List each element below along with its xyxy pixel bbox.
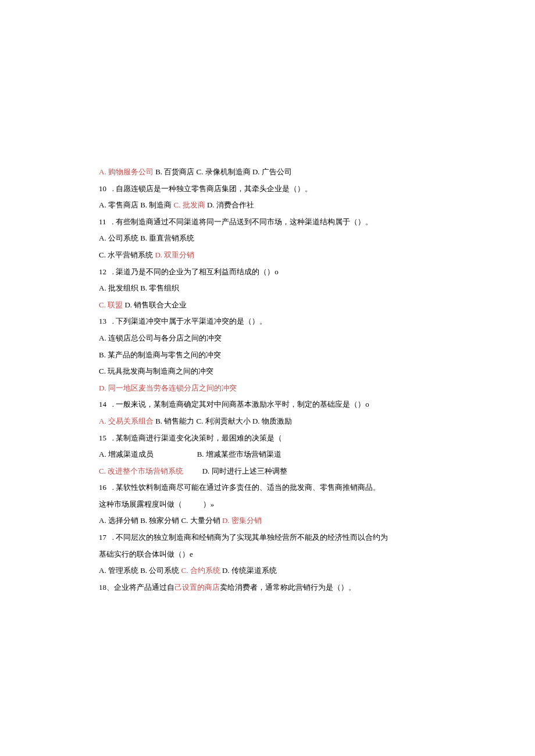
body-text: C. 水平营销系统 <box>99 250 155 259</box>
text-line: 16 . 某软性饮料制造商尽可能在通过许多责任的、适当的批发商、零售商推销商品。 <box>99 479 439 496</box>
body-text: A. 连锁店总公司与各分店之间的冲突 <box>99 334 222 342</box>
text-line: A. 连锁店总公司与各分店之间的冲突 <box>99 330 439 347</box>
body-text: B. 百货商店 C. 录像机制造商 D. 广告公司 <box>155 167 292 176</box>
body-text: 17 . 不同层次的独立制造商和经销商为了实现其单独经营所不能及的经济性而以合约… <box>99 533 388 542</box>
body-text: 12 . 渠道乃是不同的企业为了相互利益而结成的（）o <box>99 267 279 276</box>
answer-text: A. 交易关系组合 <box>99 417 155 425</box>
body-text: D. 同时进行上述三种调整 <box>202 467 287 475</box>
answer-text: C. 合约系统 <box>181 566 222 575</box>
body-text: A. 批发组织 B. 零售组织 <box>99 284 179 292</box>
text-line: 基础实行的联合体叫做（）e <box>99 546 439 563</box>
body-text: A. 管理系统 B. 公司系统 <box>99 566 181 575</box>
body-text: 13 . 下列渠道冲突中属于水平渠道冲突的是（）。 <box>99 317 267 325</box>
body-text: 基础实行的联合体叫做（）e <box>99 550 193 558</box>
body-text: 14 . 一般来说，某制造商确定其对中间商基本激励水平时，制定的基础应是（）o <box>99 400 369 409</box>
text-line: 18、企业将产品通过自己设置的商店卖给消费者，通常称此营销行为是（）。 <box>99 579 439 596</box>
body-text: A. 零售商店 B. 制造商 <box>99 200 174 209</box>
text-line: A. 公司系统 B. 垂直营销系统 <box>99 230 439 247</box>
text-line: D. 同一地区麦当劳各连锁分店之间的冲突 <box>99 380 439 397</box>
answer-text: D. 密集分销 <box>222 516 262 525</box>
answer-text: C. 联盟 <box>99 300 124 309</box>
body-text: A. 公司系统 B. 垂直营销系统 <box>99 234 194 242</box>
body-text: 15 . 某制造商进行渠道变化决策时，最困难的决策是（ <box>99 433 282 442</box>
body-text: 卖给消费者，通常称此营销行为是（）。 <box>220 583 356 592</box>
text-line: A. 购物服务公司 B. 百货商店 C. 录像机制造商 D. 广告公司 <box>99 164 439 181</box>
text-line: C. 玩具批发商与制造商之间的冲突 <box>99 363 439 380</box>
body-text: D. 销售联合大企业 <box>124 300 187 309</box>
text-line: A. 批发组织 B. 零售组织 <box>99 280 439 297</box>
text-line: 11 . 有些制造商通过不同渠道将同一产品送到不同市场，这种渠道结构属于（）。 <box>99 214 439 231</box>
text-line: C. 联盟 D. 销售联合大企业 <box>99 297 439 314</box>
body-text: C. 玩具批发商与制造商之间的冲突 <box>99 367 213 375</box>
body-text: D. 传统渠道系统 <box>222 566 277 575</box>
text-line: 这种市场展露程度叫做（ ）» <box>99 496 439 513</box>
document-page: A. 购物服务公司 B. 百货商店 C. 录像机制造商 D. 广告公司10 . … <box>0 0 535 756</box>
text-line: 15 . 某制造商进行渠道变化决策时，最困难的决策是（ <box>99 430 439 447</box>
text-line: A. 增减渠道成员 B. 增减某些市场营销渠道 <box>99 446 439 463</box>
text-line: A. 零售商店 B. 制造商 C. 批发商 D. 消费合作社 <box>99 197 439 214</box>
text-line: A. 交易关系组合 B. 销售能力 C. 利润贡献大小 D. 物质激励 <box>99 413 439 430</box>
body-text: D. 消费合作社 <box>207 200 254 209</box>
text-line: 17 . 不同层次的独立制造商和经销商为了实现其单独经营所不能及的经济性而以合约… <box>99 529 439 546</box>
body-text: 11 . 有些制造商通过不同渠道将同一产品送到不同市场，这种渠道结构属于（）。 <box>99 217 373 226</box>
body-text: B. 销售能力 C. 利润贡献大小 D. 物质激励 <box>155 417 292 425</box>
text-line: 13 . 下列渠道冲突中属于水平渠道冲突的是（）。 <box>99 313 439 330</box>
body-text: B. 某产品的制造商与零售之间的冲突 <box>99 350 221 359</box>
text-line: C. 改进整个市场营销系统 D. 同时进行上述三种调整 <box>99 463 439 480</box>
body-text: 18、企业将产品通过自 <box>99 583 174 592</box>
answer-text: 己设置的商店 <box>174 583 220 592</box>
text-line: 10 . 自愿连锁店是一种独立零售商店集团，其牵头企业是（）。 <box>99 181 439 198</box>
answer-text: D. 双重分销 <box>155 250 194 259</box>
answer-text: C. 改进整个市场营销系统 <box>99 467 202 475</box>
body-text: A. 增减渠道成员 B. 增减某些市场营销渠道 <box>99 450 281 458</box>
answer-text: C. 批发商 <box>174 200 207 209</box>
body-text: 16 . 某软性饮料制造商尽可能在通过许多责任的、适当的批发商、零售商推销商品。 <box>99 483 380 492</box>
text-line: A. 管理系统 B. 公司系统 C. 合约系统 D. 传统渠道系统 <box>99 562 439 579</box>
text-line: B. 某产品的制造商与零售之间的冲突 <box>99 347 439 364</box>
body-text: 这种市场展露程度叫做（ ）» <box>99 500 214 508</box>
body-text: 10 . 自愿连锁店是一种独立零售商店集团，其牵头企业是（）。 <box>99 184 312 193</box>
text-line: C. 水平营销系统 D. 双重分销 <box>99 247 439 264</box>
text-line: 12 . 渠道乃是不同的企业为了相互利益而结成的（）o <box>99 264 439 281</box>
answer-text: D. 同一地区麦当劳各连锁分店之间的冲突 <box>99 384 237 392</box>
text-line: 14 . 一般来说，某制造商确定其对中间商基本激励水平时，制定的基础应是（）o <box>99 396 439 413</box>
text-line: A. 选择分销 B. 独家分销 C. 大量分销 D. 密集分销 <box>99 513 439 529</box>
answer-text: A. 购物服务公司 <box>99 167 155 176</box>
body-text: A. 选择分销 B. 独家分销 C. 大量分销 <box>99 516 222 525</box>
